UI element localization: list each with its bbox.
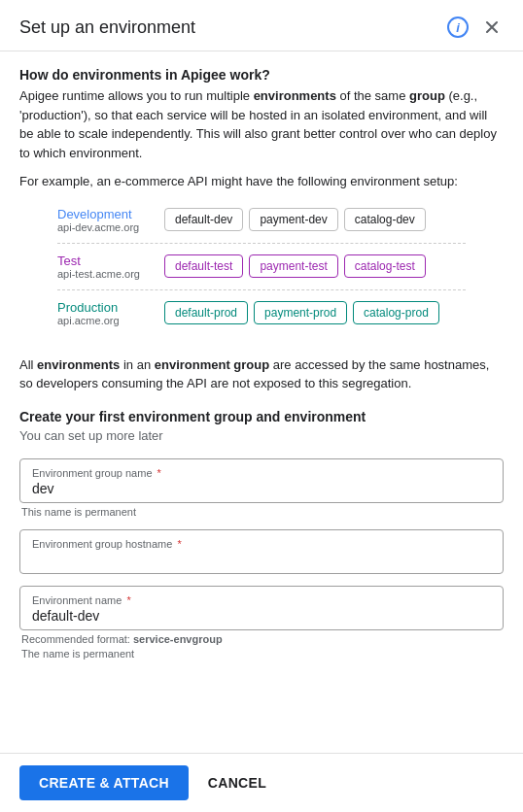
info-icon[interactable]: i — [447, 17, 469, 38]
env-tag: catalog-dev — [344, 208, 426, 231]
dialog-body: How do environments in Apigee work? Apig… — [0, 51, 523, 753]
env-tags-development: default-dev payment-dev catalog-dev — [164, 208, 426, 231]
env-group-hostname-label: Environment group hostname * — [32, 538, 491, 550]
env-label-development: Development api-dev.acme.org — [57, 207, 164, 233]
env-hostname-test: api-test.acme.org — [57, 268, 164, 280]
env-tag: default-test — [164, 254, 243, 278]
env-name-development: Development — [57, 207, 164, 221]
env-tags-test: default-test payment-test catalog-test — [164, 254, 426, 278]
example-title: For example, an e-commerce API might hav… — [19, 172, 504, 191]
env-label-test: Test api-test.acme.org — [57, 254, 164, 280]
env-tag: default-dev — [164, 208, 243, 231]
env-hostname-production: api.acme.org — [57, 315, 164, 326]
create-section-sub: You can set up more later — [19, 428, 504, 443]
env-tag: catalog-test — [344, 254, 426, 278]
env-group-hostname-input[interactable] — [32, 552, 491, 567]
required-marker: * — [157, 467, 161, 479]
env-name-hint-format: service-envgroup — [133, 633, 223, 645]
env-name-label: Environment name * — [32, 594, 491, 606]
env-group-name-label: Environment group name * — [32, 467, 491, 479]
env-group-hostname-text-field: Environment group hostname * — [19, 529, 504, 574]
env-name-production: Production — [57, 300, 164, 315]
env-name-input[interactable] — [32, 608, 491, 624]
env-label-production: Production api.acme.org — [57, 300, 164, 326]
header-icons: i — [447, 16, 504, 39]
env-row-test: Test api-test.acme.org default-test paym… — [57, 254, 466, 290]
env-row-development: Development api-dev.acme.org default-dev… — [57, 207, 466, 244]
dialog-title: Set up an environment — [19, 17, 195, 38]
env-tags-production: default-prod payment-prod catalog-prod — [164, 301, 439, 324]
bold-env-group: environment group — [155, 357, 269, 372]
env-tag: catalog-prod — [353, 301, 439, 324]
env-tag: payment-dev — [249, 208, 337, 231]
env-group-hostname-field: Environment group hostname * — [19, 529, 504, 574]
env-name-text-field: Environment name * — [19, 586, 504, 630]
all-environments-text: All environments in an environment group… — [19, 355, 504, 393]
how-description: Apigee runtime allows you to run multipl… — [19, 86, 504, 162]
env-name-test: Test — [57, 254, 164, 268]
bold-all-environments: environments — [37, 357, 120, 372]
bold-environments: environments — [254, 88, 336, 103]
cancel-button[interactable]: CANCEL — [204, 765, 270, 800]
env-name-hint-permanent: The name is permanent — [19, 648, 504, 660]
env-group-name-field: Environment group name * This name is pe… — [19, 458, 504, 518]
env-name-hint: Recommended format: service-envgroup — [19, 633, 504, 645]
env-group-name-hint: This name is permanent — [19, 506, 504, 518]
dialog-header: Set up an environment i — [0, 0, 523, 51]
create-section-title: Create your first environment group and … — [19, 409, 504, 424]
env-name-field: Environment name * Recommended format: s… — [19, 586, 504, 660]
env-group-name-input[interactable] — [32, 481, 491, 496]
create-attach-button[interactable]: CREATE & ATTACH — [19, 765, 189, 800]
env-hostname-development: api-dev.acme.org — [57, 221, 164, 233]
env-diagram: Development api-dev.acme.org default-dev… — [57, 207, 466, 336]
bold-group: group — [409, 88, 445, 103]
dialog-footer: CREATE & ATTACH CANCEL — [0, 753, 523, 812]
env-group-name-text-field: Environment group name * — [19, 458, 504, 503]
env-tag: default-prod — [164, 301, 248, 324]
required-marker: * — [126, 594, 130, 606]
env-row-production: Production api.acme.org default-prod pay… — [57, 300, 466, 336]
env-tag: payment-test — [249, 254, 337, 278]
env-tag: payment-prod — [254, 301, 347, 324]
close-button[interactable] — [480, 16, 504, 39]
setup-environment-dialog: Set up an environment i How do environme… — [0, 0, 523, 812]
how-title: How do environments in Apigee work? — [19, 67, 504, 83]
required-marker: * — [177, 538, 181, 550]
